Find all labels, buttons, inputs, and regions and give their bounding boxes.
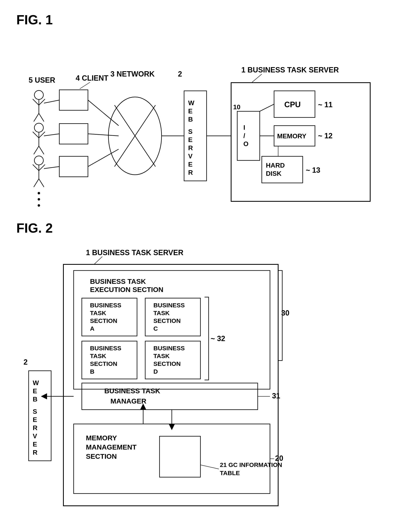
- svg-text:E: E: [33, 416, 37, 423]
- svg-rect-24: [59, 156, 88, 177]
- server-label: 1 BUSINESS TASK SERVER: [241, 66, 339, 74]
- fig2-section: FIG. 2 1 BUSINESS TASK SERVER 30 BUSINES…: [16, 221, 391, 527]
- svg-point-6: [34, 123, 43, 132]
- section-a-label: BUSINESS: [90, 302, 121, 309]
- svg-line-17: [39, 179, 44, 187]
- svg-line-27: [44, 167, 59, 169]
- svg-text:R: R: [33, 424, 37, 431]
- svg-rect-22: [59, 90, 88, 110]
- svg-text:DISK: DISK: [266, 170, 282, 177]
- svg-text:D: D: [153, 368, 158, 375]
- svg-line-26: [44, 134, 59, 136]
- svg-text:/: /: [243, 132, 245, 139]
- svg-text:C: C: [153, 325, 158, 332]
- svg-rect-23: [59, 124, 88, 144]
- svg-text:E: E: [188, 136, 192, 143]
- svg-text:A: A: [90, 325, 94, 332]
- svg-line-11: [39, 146, 44, 154]
- svg-text:TABLE: TABLE: [220, 470, 240, 476]
- memory-label: MEMORY: [277, 132, 306, 140]
- user-label: 5 USER: [29, 76, 55, 84]
- num-31: 31: [272, 392, 280, 400]
- svg-line-16: [34, 179, 39, 187]
- section-b-label: BUSINESS: [90, 345, 121, 351]
- svg-marker-84: [41, 393, 47, 399]
- webserver-label: W: [188, 99, 195, 107]
- svg-line-10: [34, 146, 39, 154]
- svg-text:TASK: TASK: [153, 353, 170, 359]
- svg-line-94: [200, 465, 219, 469]
- svg-text:E: E: [33, 387, 37, 395]
- svg-text:MANAGEMENT: MANAGEMENT: [86, 443, 137, 451]
- svg-text:TASK: TASK: [90, 310, 106, 316]
- svg-line-56: [260, 104, 274, 111]
- svg-line-8: [33, 132, 39, 138]
- svg-marker-88: [169, 424, 175, 430]
- svg-rect-92: [159, 436, 200, 477]
- section-d-label: BUSINESS: [153, 345, 185, 351]
- webserver-num-label: 2: [178, 70, 182, 78]
- svg-text:MANAGER: MANAGER: [110, 397, 146, 405]
- manager-label: BUSINESS TASK: [104, 387, 160, 395]
- svg-line-21: [80, 82, 90, 89]
- svg-line-3: [39, 99, 45, 105]
- harddisk-num: ~ 13: [306, 166, 320, 174]
- svg-text:TASK: TASK: [153, 310, 170, 316]
- svg-text:B: B: [33, 396, 37, 403]
- svg-text:EXECUTION SECTION: EXECUTION SECTION: [90, 286, 164, 294]
- svg-line-14: [33, 165, 39, 171]
- io-label: I: [243, 124, 245, 131]
- svg-point-18: [38, 192, 40, 194]
- memory-num: ~ 12: [318, 132, 333, 140]
- svg-text:O: O: [243, 140, 249, 148]
- svg-text:V: V: [188, 152, 193, 160]
- svg-text:TASK: TASK: [90, 353, 106, 359]
- svg-text:E: E: [33, 441, 37, 448]
- svg-line-28: [88, 100, 119, 126]
- fig1-diagram: 5 USER 4 CLIENT: [16, 36, 384, 220]
- fig2-webserver-label: W: [33, 379, 39, 387]
- svg-line-2: [33, 99, 39, 105]
- svg-line-5: [39, 113, 44, 121]
- cpu-label: CPU: [284, 100, 301, 109]
- svg-line-30: [88, 149, 119, 167]
- svg-text:E: E: [188, 161, 192, 168]
- svg-rect-47: [237, 111, 260, 160]
- svg-text:R: R: [188, 169, 193, 176]
- svg-point-12: [34, 156, 43, 165]
- svg-text:SECTION: SECTION: [90, 360, 117, 367]
- io-num: 10: [233, 103, 241, 111]
- svg-text:B: B: [90, 368, 94, 375]
- svg-text:R: R: [33, 449, 37, 456]
- section-c-label: BUSINESS: [153, 302, 185, 309]
- svg-text:SECTION: SECTION: [153, 317, 180, 324]
- svg-text:SECTION: SECTION: [90, 317, 117, 324]
- svg-line-15: [39, 165, 45, 171]
- svg-text:S: S: [33, 408, 37, 415]
- svg-rect-52: [262, 156, 303, 183]
- fig2-server-label: 1 BUSINESS TASK SERVER: [86, 248, 183, 257]
- gc-table-num: 21 GC INFORMATION: [220, 461, 282, 468]
- svg-point-0: [34, 90, 43, 99]
- svg-point-20: [38, 204, 40, 207]
- svg-line-45: [251, 74, 262, 83]
- svg-text:R: R: [188, 144, 193, 152]
- svg-line-29: [88, 134, 119, 136]
- harddisk-label: HARD: [266, 162, 285, 169]
- svg-rect-96: [29, 371, 51, 461]
- fig1-section: FIG. 1 5 USER 4 CLIENT: [16, 12, 391, 221]
- svg-line-4: [34, 113, 39, 121]
- svg-line-60: [94, 257, 102, 264]
- svg-text:SECTION: SECTION: [153, 360, 180, 367]
- execution-section-label: BUSINESS TASK: [90, 278, 146, 285]
- svg-text:B: B: [188, 116, 193, 123]
- num-20: 20: [275, 454, 283, 462]
- svg-rect-61: [63, 264, 278, 506]
- fig2-diagram: 1 BUSINESS TASK SERVER 30 BUSINESS TASK …: [16, 244, 384, 526]
- svg-line-25: [44, 100, 59, 103]
- svg-text:S: S: [188, 128, 192, 135]
- svg-rect-35: [184, 91, 207, 181]
- svg-line-9: [39, 132, 45, 138]
- client-label: 4 CLIENT: [76, 74, 108, 82]
- memory-mgmt-label: MEMORY: [86, 434, 117, 442]
